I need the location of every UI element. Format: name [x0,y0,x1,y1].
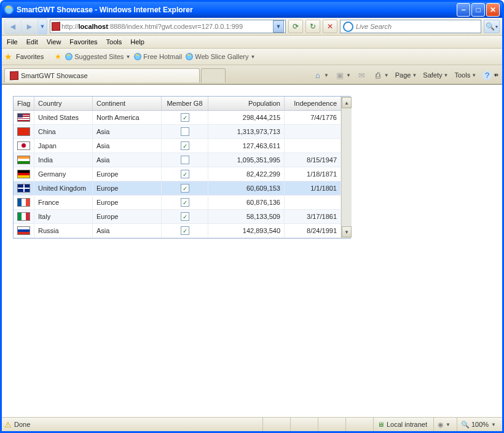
header-population[interactable]: Population [208,97,285,110]
table-row[interactable]: China Asia 1,313,973,713 [14,125,341,139]
zone-indicator: 🖥 Local intranet [373,418,431,431]
table-row[interactable]: United Kingdom Europe ✓ 60,609,153 1/1/1… [14,181,341,196]
tab-showcase[interactable]: SmartGWT Showcase [4,68,200,82]
search-box[interactable]: Live Search [340,20,481,33]
home-button[interactable]: ⌂▼ [311,70,331,80]
g8-checkbox[interactable]: ✓ [181,141,189,150]
refresh-icon: ↻ [310,22,316,31]
cell-continent: North America [93,111,162,124]
g8-checkbox[interactable] [181,127,189,136]
print-icon: ⎙ [373,70,383,80]
minimize-button[interactable]: − [457,3,470,17]
g8-checkbox[interactable]: ✓ [181,170,189,178]
table-row[interactable]: Italy Europe ✓ 58,133,509 3/17/1861 [14,210,341,224]
stop-button[interactable]: ✕ [323,20,337,33]
table-row[interactable]: Germany Europe ✓ 82,422,299 1/18/1871 [14,167,341,181]
header-country[interactable]: Country [34,97,93,110]
flag-icon [17,212,30,221]
history-dropdown[interactable]: ▼ [38,18,47,34]
menu-favorites[interactable]: Favorites [69,38,97,46]
favorites-star-icon: ★ [4,52,12,62]
free-hotmail[interactable]: Free Hotmail [134,53,182,60]
g8-checkbox[interactable]: ✓ [181,226,189,235]
cell-country: United States [34,111,93,124]
compat-view-button[interactable]: ⟳ [288,20,303,33]
cell-population: 142,893,540 [208,224,285,237]
g8-checkbox[interactable]: ✓ [181,212,189,221]
cell-country: China [34,125,93,138]
suggested-sites[interactable]: Suggested Sites▼ [65,53,130,60]
safety-menu[interactable]: Safety ▼ [421,71,450,79]
menu-help[interactable]: Help [130,38,144,46]
g8-checkbox[interactable]: ✓ [181,184,189,193]
menu-tools[interactable]: Tools [106,38,122,46]
menu-edit[interactable]: Edit [26,38,38,46]
grid-scrollbar[interactable]: ▲ ▼ [341,97,352,238]
maximize-button[interactable]: □ [471,3,485,17]
cell-independence: 1/1/1801 [285,181,341,195]
cell-continent: Asia [93,153,162,167]
header-flag[interactable]: Flag [14,97,34,110]
cell-continent: Asia [93,139,162,153]
cell-country: India [34,153,93,167]
zoom-control[interactable]: 🔍 100% ▼ [457,418,500,431]
page-menu[interactable]: Page ▼ [393,71,419,79]
help-icon: ? [482,71,492,80]
overflow-chevron-icon[interactable]: » [495,71,498,78]
cell-country: Russia [34,224,93,237]
cell-g8: ✓ [162,196,208,209]
window-title: SmartGWT Showcase - Windows Internet Exp… [17,6,193,14]
cell-g8: ✓ [162,224,208,237]
cell-continent: Europe [93,210,162,223]
scroll-up-button[interactable]: ▲ [342,97,352,108]
cell-independence: 7/4/1776 [285,111,341,124]
table-row[interactable]: India Asia 1,095,351,995 8/15/1947 [14,153,341,167]
header-independence[interactable]: Independence [285,97,341,110]
forward-button[interactable]: ► [22,18,38,34]
favorites-label[interactable]: Favorites [16,53,44,60]
arrow-left-icon: ◄ [9,22,17,31]
flag-icon [17,198,30,207]
search-go-button[interactable]: 🔍▾ [484,20,500,33]
new-tab-button[interactable] [201,68,226,82]
window-controls: − □ ✕ [457,3,500,17]
g8-checkbox[interactable]: ✓ [181,113,189,122]
address-dropdown[interactable]: ▼ [273,20,284,33]
web-slice[interactable]: Web Slice Gallery▼ [186,53,255,60]
tab-favicon-icon [10,71,18,80]
zoom-icon: 🔍 [461,421,470,429]
command-bar: ⌂▼ ▣▼ ✉ ⎙▼ Page ▼ Safety ▼ Tools ▼ ?▼ [311,70,500,80]
shield-icon: ◉ [438,421,444,429]
cell-g8 [162,125,208,138]
refresh-button[interactable]: ↻ [305,20,320,33]
protected-mode[interactable]: ◉▼ [433,418,454,431]
table-row[interactable]: Russia Asia ✓ 142,893,540 8/24/1991 [14,224,341,238]
flag-icon [17,170,30,178]
menu-view[interactable]: View [47,38,61,46]
back-forward-group: ◄ ► ▼ [4,18,47,34]
header-g8[interactable]: Member G8 [162,97,208,110]
scroll-down-button[interactable]: ▼ [342,226,352,237]
feeds-button[interactable]: ▣▼ [333,70,353,80]
cell-independence: 8/15/1947 [285,153,341,167]
flag-icon [17,226,30,235]
menu-file[interactable]: File [7,38,18,46]
table-row[interactable]: Japan Asia ✓ 127,463,611 [14,139,341,153]
cell-independence [285,139,341,153]
close-button[interactable]: ✕ [486,3,500,17]
mail-button[interactable]: ✉ [355,70,369,80]
g8-checkbox[interactable]: ✓ [181,198,189,207]
ie-icon [134,53,141,60]
menu-bar: File Edit View Favorites Tools Help [2,36,502,49]
print-button[interactable]: ⎙▼ [371,70,391,80]
add-fav-icon[interactable]: ★ [55,52,61,61]
table-row[interactable]: United States North America ✓ 298,444,21… [14,111,341,125]
address-bar[interactable]: http://localhost:8888/index.html?gwt.cod… [50,20,286,33]
tools-menu[interactable]: Tools ▼ [452,71,478,79]
back-button[interactable]: ◄ [4,18,22,34]
rss-icon: ▣ [335,70,345,80]
flag-icon [17,156,30,164]
g8-checkbox[interactable] [181,156,189,164]
header-continent[interactable]: Continent [93,97,162,110]
table-row[interactable]: France Europe ✓ 60,876,136 [14,196,341,210]
